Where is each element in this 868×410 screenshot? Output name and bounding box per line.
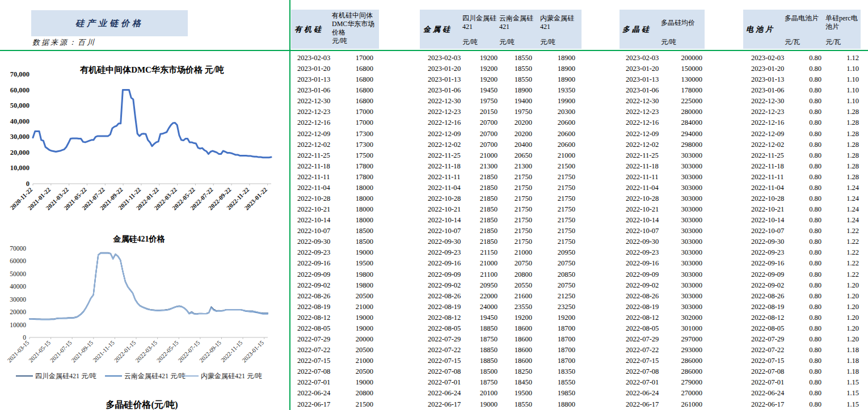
date-cell[interactable]: 2023-01-06 xyxy=(626,85,659,96)
value-cell[interactable]: 303000 xyxy=(681,302,703,312)
date-cell[interactable]: 2022-10-28 xyxy=(751,193,784,204)
value-cell[interactable]: 20950 xyxy=(558,247,575,258)
value-cell[interactable]: 18900 xyxy=(515,85,532,96)
value-cell[interactable]: 1.22 xyxy=(846,269,859,280)
date-cell[interactable]: 2023-01-20 xyxy=(428,64,461,74)
value-cell[interactable]: 1.24 xyxy=(846,193,859,204)
value-cell[interactable]: 19500 xyxy=(356,258,373,269)
date-cell[interactable]: 2022-09-16 xyxy=(626,258,659,269)
value-cell[interactable]: 19750 xyxy=(480,96,498,107)
value-cell[interactable]: 21750 xyxy=(558,236,575,247)
value-cell[interactable]: 0.80 xyxy=(809,172,821,183)
value-cell[interactable]: 18550 xyxy=(515,399,532,410)
date-cell[interactable]: 2022-07-01 xyxy=(626,377,659,388)
date-cell[interactable]: 2022-10-07 xyxy=(626,226,659,236)
date-cell[interactable]: 2022-12-09 xyxy=(626,129,659,140)
value-cell[interactable]: 19200 xyxy=(480,64,498,74)
value-cell[interactable]: 0.80 xyxy=(809,312,821,323)
date-cell[interactable]: 2022-06-24 xyxy=(297,388,330,399)
value-cell[interactable]: 20750 xyxy=(558,258,575,269)
value-cell[interactable]: 18900 xyxy=(558,64,575,74)
metal-silicon-421-chart[interactable]: 金属硅421价格01000020000300004000050000600007… xyxy=(0,226,284,410)
value-cell[interactable]: 0.80 xyxy=(809,96,821,107)
value-cell[interactable]: 1.28 xyxy=(846,150,859,161)
date-cell[interactable]: 2022-09-09 xyxy=(751,269,784,280)
date-cell[interactable]: 2022-10-14 xyxy=(428,215,461,226)
date-cell[interactable]: 2022-09-23 xyxy=(751,247,784,258)
date-cell[interactable]: 2022-11-11 xyxy=(626,172,658,183)
value-cell[interactable]: 0.80 xyxy=(809,236,821,247)
date-cell[interactable]: 2022-12-23 xyxy=(751,107,784,117)
value-cell[interactable]: 21000 xyxy=(480,258,498,269)
value-cell[interactable]: 22000 xyxy=(480,291,498,302)
value-cell[interactable]: 1.20 xyxy=(846,291,859,302)
value-cell[interactable]: 18700 xyxy=(558,356,575,366)
value-cell[interactable]: 18750 xyxy=(480,334,498,345)
value-cell[interactable]: 20650 xyxy=(515,150,532,161)
value-cell[interactable]: 20550 xyxy=(515,280,532,291)
value-cell[interactable]: 1.24 xyxy=(846,215,859,226)
value-cell[interactable]: 21600 xyxy=(515,291,532,302)
value-cell[interactable]: 21850 xyxy=(480,204,498,215)
value-cell[interactable]: 303000 xyxy=(681,172,703,183)
date-cell[interactable]: 2022-08-12 xyxy=(428,312,461,323)
value-cell[interactable]: 19000 xyxy=(480,399,498,410)
date-cell[interactable]: 2022-09-02 xyxy=(297,280,330,291)
date-cell[interactable]: 2023-01-06 xyxy=(428,85,461,96)
value-cell[interactable]: 0.80 xyxy=(809,366,821,377)
value-cell[interactable]: 0.80 xyxy=(809,117,821,128)
value-cell[interactable]: 0.80 xyxy=(809,150,821,161)
value-cell[interactable]: 20500 xyxy=(356,366,373,377)
value-cell[interactable]: 21750 xyxy=(515,236,532,247)
value-cell[interactable]: 303000 xyxy=(681,204,703,215)
date-cell[interactable]: 2022-11-11 xyxy=(297,172,330,183)
date-cell[interactable]: 2022-10-07 xyxy=(751,226,784,236)
date-cell[interactable]: 2022-10-28 xyxy=(428,193,461,204)
value-cell[interactable]: 19350 xyxy=(558,85,575,96)
date-cell[interactable]: 2022-12-16 xyxy=(297,117,330,128)
value-cell[interactable]: 21850 xyxy=(480,236,498,247)
date-cell[interactable]: 2023-01-20 xyxy=(751,64,784,74)
date-cell[interactable]: 2022-09-02 xyxy=(751,280,784,291)
value-cell[interactable]: 1.28 xyxy=(846,161,859,172)
value-cell[interactable]: 0.80 xyxy=(809,64,821,74)
value-cell[interactable]: 18500 xyxy=(356,226,373,236)
value-cell[interactable]: 303000 xyxy=(681,215,703,226)
date-cell[interactable]: 2022-07-29 xyxy=(297,334,330,345)
date-cell[interactable]: 2022-08-05 xyxy=(297,323,330,334)
value-cell[interactable]: 21850 xyxy=(480,215,498,226)
date-cell[interactable]: 2022-12-16 xyxy=(428,117,461,128)
value-cell[interactable]: 1.28 xyxy=(846,117,859,128)
date-cell[interactable]: 2022-12-23 xyxy=(428,107,461,117)
value-cell[interactable]: 0.80 xyxy=(809,107,821,117)
value-cell[interactable]: 1.22 xyxy=(846,236,859,247)
value-cell[interactable]: 279000 xyxy=(681,377,703,388)
value-cell[interactable]: 1.28 xyxy=(846,129,859,140)
value-cell[interactable]: 1.18 xyxy=(846,356,859,366)
value-cell[interactable]: 20950 xyxy=(480,280,498,291)
value-cell[interactable]: 18850 xyxy=(480,345,498,356)
value-cell[interactable]: 18600 xyxy=(515,323,532,334)
value-cell[interactable]: 1.18 xyxy=(846,345,859,356)
date-cell[interactable]: 2023-02-03 xyxy=(626,53,659,64)
date-cell[interactable]: 2022-09-23 xyxy=(297,247,330,258)
value-cell[interactable]: 19200 xyxy=(515,312,532,323)
value-cell[interactable]: 18900 xyxy=(558,74,575,85)
date-cell[interactable]: 2022-11-11 xyxy=(428,172,460,183)
date-cell[interactable]: 2022-08-19 xyxy=(297,302,330,312)
date-cell[interactable]: 2022-07-08 xyxy=(297,366,330,377)
value-cell[interactable]: 286000 xyxy=(681,356,703,366)
value-cell[interactable]: 1.20 xyxy=(846,312,859,323)
value-cell[interactable]: 0.80 xyxy=(809,302,821,312)
value-cell[interactable]: 20600 xyxy=(558,140,575,150)
value-cell[interactable]: 24000 xyxy=(480,302,498,312)
value-cell[interactable]: 303000 xyxy=(681,193,703,204)
date-cell[interactable]: 2022-12-09 xyxy=(751,129,784,140)
date-cell[interactable]: 2022-12-02 xyxy=(297,140,330,150)
date-cell[interactable]: 2022-06-17 xyxy=(751,399,784,410)
date-cell[interactable]: 2023-01-13 xyxy=(428,74,461,85)
value-cell[interactable]: 20850 xyxy=(558,269,575,280)
value-cell[interactable]: 0.80 xyxy=(809,161,821,172)
date-cell[interactable]: 2022-09-23 xyxy=(428,247,461,258)
date-cell[interactable]: 2022-11-04 xyxy=(297,183,330,193)
